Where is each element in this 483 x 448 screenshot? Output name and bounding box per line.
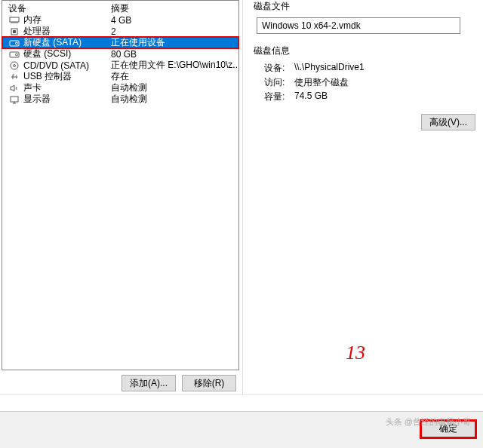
- info-device-label: 设备:: [264, 62, 294, 75]
- header-device: 设备: [8, 2, 111, 14]
- annotation-number: 13: [346, 342, 365, 364]
- device-row[interactable]: 硬盘 (SCSI) 80 GB: [2, 48, 238, 60]
- info-access-label: 访问:: [264, 76, 294, 89]
- header-summary: 摘要: [111, 2, 238, 14]
- usb-icon: [8, 72, 20, 82]
- svg-point-11: [16, 54, 18, 56]
- device-row[interactable]: 处理器 2: [2, 26, 238, 37]
- watermark-text: 头条 @曾经的电脑小哥: [386, 416, 471, 428]
- svg-point-12: [11, 62, 18, 69]
- device-row[interactable]: 内存 4 GB: [2, 14, 238, 26]
- remove-button[interactable]: 移除(R): [182, 375, 236, 391]
- disk-icon: [8, 49, 20, 60]
- disk-icon: [8, 38, 20, 48]
- add-button[interactable]: 添加(A)...: [122, 375, 176, 391]
- device-row[interactable]: CD/DVD (SATA) 正在使用文件 E:\GHO\win10\z...: [2, 60, 238, 71]
- device-summary: 80 GB: [111, 49, 238, 60]
- device-row[interactable]: 声卡 自动检测: [2, 82, 238, 94]
- svg-point-9: [16, 42, 18, 44]
- device-row[interactable]: USB 控制器 存在: [2, 71, 238, 82]
- info-capacity-value: 74.5 GB: [294, 91, 475, 103]
- disk-file-title: 磁盘文件: [254, 0, 475, 13]
- device-row[interactable]: 新硬盘 (SATA) 正在使用设备: [2, 37, 238, 48]
- disk-file-group: 磁盘文件 Windows 10 x64-2.vmdk: [254, 0, 475, 34]
- device-summary: 2: [111, 26, 238, 37]
- device-list: 设备 摘要 内存 4 GB 处理器 2 新硬盘 (SATA) 正在使用设备 硬盘…: [2, 0, 239, 370]
- svg-rect-14: [11, 97, 18, 102]
- info-capacity-label: 容量:: [264, 91, 294, 103]
- device-name: 硬盘 (SCSI): [23, 48, 111, 60]
- memory-icon: [8, 15, 20, 26]
- sound-icon: [8, 83, 20, 94]
- cpu-icon: [8, 26, 20, 37]
- display-icon: [8, 94, 20, 105]
- cd-icon: [8, 60, 20, 71]
- svg-point-13: [14, 64, 16, 66]
- device-name: 显示器: [23, 93, 111, 106]
- svg-rect-0: [10, 17, 19, 22]
- device-summary: 4 GB: [111, 15, 238, 26]
- disk-info-group: 磁盘信息 设备: \\.\PhysicalDrive1 访问: 使用整个磁盘 容…: [254, 44, 475, 103]
- device-name: CD/DVD (SATA): [23, 60, 111, 71]
- device-panel: 设备 摘要 内存 4 GB 处理器 2 新硬盘 (SATA) 正在使用设备 硬盘…: [0, 0, 243, 394]
- device-summary: 正在使用设备: [111, 36, 238, 49]
- svg-rect-7: [13, 30, 16, 33]
- info-device-value: \\.\PhysicalDrive1: [294, 62, 475, 75]
- disk-info-title: 磁盘信息: [254, 44, 475, 57]
- list-header: 设备 摘要: [2, 1, 238, 14]
- dialog-footer: 确定 头条 @曾经的电脑小哥: [0, 411, 483, 446]
- device-row[interactable]: 显示器 自动检测: [2, 94, 238, 105]
- list-buttons: 添加(A)... 移除(R): [0, 370, 242, 394]
- detail-panel: 磁盘文件 Windows 10 x64-2.vmdk 磁盘信息 设备: \\.\…: [243, 0, 483, 394]
- advanced-button[interactable]: 高级(V)...: [421, 114, 475, 130]
- info-access-value: 使用整个磁盘: [294, 76, 475, 89]
- device-summary: 自动检测: [111, 93, 238, 106]
- disk-file-field[interactable]: Windows 10 x64-2.vmdk: [257, 17, 460, 34]
